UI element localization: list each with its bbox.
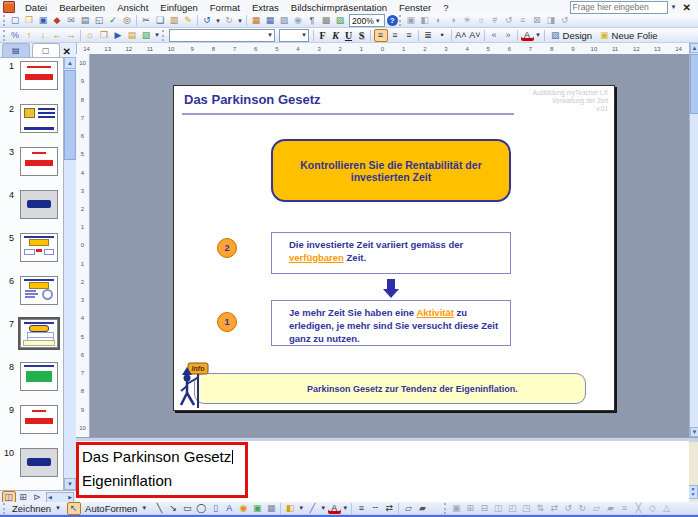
menu-bildschirmpraesentation[interactable]: Bildschirmpräsentation (285, 1, 393, 14)
draw-menu-button[interactable]: Zeichnen▾ (8, 502, 66, 515)
group-icon[interactable]: ⊞ (464, 502, 477, 514)
dropdown-arrow-icon[interactable]: ▾ (297, 504, 305, 512)
line-color-icon[interactable]: ╱ (306, 502, 319, 514)
zoom-select[interactable]: 200%▾ (349, 14, 385, 27)
text-box-icon[interactable]: ▯ (209, 502, 222, 514)
nudge-icon[interactable]: ⇅ (534, 502, 547, 514)
spelling-icon[interactable]: ✓ (107, 15, 120, 27)
highlighter-icon[interactable]: ▨ (140, 29, 153, 41)
notebook-icon[interactable]: ▤ (126, 29, 139, 41)
rotate-left-90-icon[interactable]: ↺ (562, 502, 575, 514)
menu-fenster[interactable]: Fenster (393, 1, 437, 14)
oval-icon[interactable]: ◯ (195, 502, 208, 514)
scroll-up-icon[interactable]: ▲ (690, 43, 698, 53)
line-icon[interactable]: ╲ (153, 502, 166, 514)
select-pointer-icon[interactable]: ↖ (67, 502, 81, 515)
less-brightness-icon[interactable]: ☼ (474, 15, 487, 27)
edit-points-icon[interactable]: ╳ (632, 502, 645, 514)
down-arrow-icon[interactable] (383, 279, 399, 299)
autoshapes-menu-button[interactable]: AutoFormen▾ (81, 502, 152, 515)
insert-table-icon[interactable]: ▦ (264, 15, 277, 27)
regroup-icon[interactable]: ◫ (492, 502, 505, 514)
thumbnails-scrollbar[interactable]: ▲ ▼ (63, 57, 76, 490)
dropdown-arrow-icon[interactable]: ▾ (341, 504, 349, 512)
cut-icon[interactable]: ✂ (140, 15, 153, 27)
tab-outline[interactable]: ▤ (2, 43, 30, 57)
tables-borders-icon[interactable]: ▧ (278, 15, 291, 27)
align-distribute-icon[interactable]: ⇄ (548, 502, 561, 514)
menu-bearbeiten[interactable]: Bearbeiten (53, 1, 111, 14)
menu-format[interactable]: Format (204, 1, 246, 14)
zoom-percent-icon[interactable]: % (9, 29, 22, 41)
change-autoshape-icon[interactable]: ◇ (646, 502, 659, 514)
text-shadow-button[interactable]: S (355, 29, 368, 41)
new-document-icon[interactable]: ▢ (9, 15, 22, 27)
3d-style-icon[interactable]: ▰ (416, 502, 429, 514)
menu-extras[interactable]: Extras (246, 1, 285, 14)
line-style-icon[interactable]: ≡ (516, 15, 529, 27)
step-circle-2[interactable]: 2 (217, 238, 237, 258)
bring-to-front-icon[interactable]: ◰ (506, 502, 519, 514)
link-aktivitaet[interactable]: Aktivität (416, 307, 453, 318)
flip-vertical-icon[interactable]: ▰ (604, 502, 617, 514)
save-icon[interactable]: ▣ (37, 15, 50, 27)
underline-button[interactable]: U (342, 29, 355, 41)
scrollbar-thumb[interactable] (690, 54, 698, 114)
arrow-icon[interactable]: ↘ (167, 502, 180, 514)
crop-icon[interactable]: # (488, 15, 501, 27)
more-brightness-icon[interactable]: ☀ (460, 15, 473, 27)
notes-pane[interactable]: Das Parkinson Gesetz Eigeninflation (76, 441, 689, 503)
send-arrow-icon[interactable]: ▶ (112, 29, 125, 41)
numbering-icon[interactable]: ≣ (422, 29, 435, 41)
dash-style-icon[interactable]: ╌ (369, 502, 382, 514)
paste-icon[interactable]: ▥ (168, 15, 181, 27)
scroll-right-icon[interactable]: ▶ (68, 494, 72, 500)
rotate-right-90-icon[interactable]: ↻ (576, 502, 589, 514)
slide-thumbnail-2[interactable] (20, 104, 58, 133)
color-view-icon[interactable]: ▨ (334, 15, 347, 27)
gold-callout-box[interactable]: Kontrollieren Sie die Rentabilität der i… (271, 139, 511, 202)
tab-slides[interactable]: ▢ (32, 43, 60, 57)
scroll-up-icon[interactable]: ▲ (64, 57, 76, 69)
slide-thumbnail-3[interactable] (20, 147, 58, 176)
design-button[interactable]: ▨ Design (547, 29, 596, 42)
menu-datei[interactable]: Datei (19, 1, 53, 14)
show-formatting-icon[interactable]: ¶ (306, 15, 319, 27)
select-objects-icon[interactable]: ▣ (450, 502, 463, 514)
send-to-back-icon[interactable]: ◳ (520, 502, 533, 514)
new-slide-button[interactable]: ▣ Neue Folie (596, 29, 661, 42)
step-circle-1[interactable]: 1 (217, 312, 237, 332)
print-preview-icon[interactable]: ◱ (93, 15, 106, 27)
step-box-2[interactable]: Die investierte Zeit variiert gemäss der… (271, 232, 511, 274)
increase-indent-icon[interactable]: » (502, 29, 515, 41)
slide-thumbnail-1[interactable] (20, 61, 58, 90)
ungroup-icon[interactable]: ⊟ (478, 502, 491, 514)
dropdown-arrow-icon[interactable]: ▾ (153, 31, 161, 39)
rotate-left-icon[interactable]: ↺ (502, 15, 515, 27)
slide-title[interactable]: Das Parkinson Gesetz (184, 92, 321, 107)
print-icon[interactable]: ▤ (79, 15, 92, 27)
compress-pictures-icon[interactable]: ⊠ (530, 15, 543, 27)
line-style-icon[interactable]: ≡ (355, 502, 368, 514)
open-folder-icon[interactable]: ❐ (23, 15, 36, 27)
slide-thumbnail-6[interactable] (20, 276, 58, 305)
nudge-right-icon[interactable]: → (65, 29, 78, 41)
set-default-icon[interactable]: △ (660, 502, 673, 514)
dropdown-arrow-icon[interactable]: ▾ (534, 31, 542, 39)
slide-thumbnail-8[interactable] (20, 362, 58, 391)
bullets-icon[interactable]: • (436, 29, 449, 41)
slide-thumbnail-10[interactable] (20, 448, 58, 477)
help-icon[interactable]: ? (387, 15, 398, 26)
slide-thumbnail-5[interactable] (20, 233, 58, 262)
font-name-dropdown-icon[interactable]: ▾ (266, 31, 274, 39)
undo-icon[interactable]: ↺ (201, 15, 214, 27)
bold-button[interactable]: F (316, 29, 329, 41)
menu-help[interactable]: ? (437, 1, 454, 14)
diagram-icon[interactable]: ◉ (237, 502, 250, 514)
zoom-dropdown-icon[interactable]: ▾ (374, 17, 382, 25)
dropdown-arrow-icon[interactable]: ▾ (319, 504, 327, 512)
folder-home-icon[interactable]: ⌂ (84, 29, 97, 41)
link-verfuegbaren[interactable]: verfügbaren (289, 252, 344, 263)
font-name-select[interactable]: ▾ (169, 29, 275, 42)
info-banner[interactable]: Parkinson Gesetz zur Tendenz der Eigenin… (194, 373, 586, 404)
